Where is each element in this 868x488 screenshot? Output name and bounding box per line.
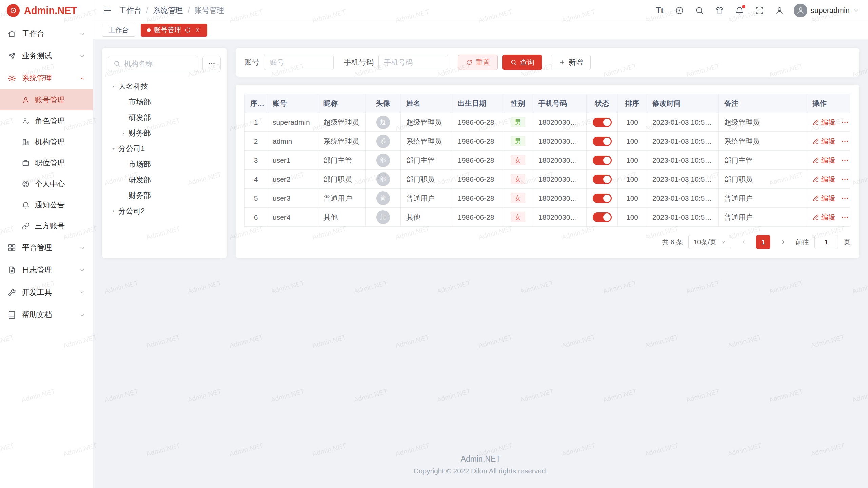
cell-account: user1	[267, 151, 318, 170]
status-toggle[interactable]	[593, 156, 612, 165]
cell-avatar: 普	[366, 189, 401, 208]
search-button[interactable]: 查询	[502, 55, 542, 70]
tree-node[interactable]: 财务部	[108, 125, 221, 141]
sidebar-item[interactable]: 系统管理	[0, 67, 93, 89]
breadcrumb-item[interactable]: 工作台	[119, 5, 141, 16]
cell-gender: 男	[503, 132, 533, 151]
page-number-button[interactable]: 1	[756, 235, 770, 249]
column-header: 备注	[719, 94, 807, 113]
tree-node[interactable]: 分公司1	[108, 141, 221, 157]
tree-node[interactable]: 分公司2	[108, 203, 221, 219]
tab-refresh-icon[interactable]	[184, 27, 191, 33]
row-more-button[interactable]	[841, 194, 849, 202]
account-input[interactable]	[264, 55, 334, 70]
tree-node[interactable]: 市场部	[108, 94, 221, 110]
add-button[interactable]: 新增	[551, 55, 591, 70]
sidebar-item[interactable]: 业务测试	[0, 45, 93, 67]
cell-actions: 编辑	[807, 208, 850, 227]
edit-button[interactable]: 编辑	[812, 118, 835, 127]
tree-node[interactable]: 大名科技	[108, 79, 221, 94]
prev-page-button[interactable]	[736, 235, 751, 249]
sidebar-subitem[interactable]: 个人中心	[0, 174, 93, 195]
notification-bell-icon[interactable]	[734, 5, 745, 16]
sidebar-subitem[interactable]: 三方账号	[0, 216, 93, 237]
sidebar-item[interactable]: 日志管理	[0, 259, 93, 281]
cell-sort: 100	[618, 189, 647, 208]
cell-name: 部门主管	[401, 151, 452, 170]
sidebar-subitem[interactable]: 职位管理	[0, 152, 93, 174]
tab[interactable]: 账号管理	[141, 24, 207, 37]
gender-badge: 女	[511, 155, 525, 166]
tab-close-icon[interactable]	[194, 27, 201, 33]
reset-button[interactable]: 重置	[458, 55, 498, 70]
component-size-icon[interactable]	[674, 5, 685, 16]
row-more-button[interactable]	[841, 137, 849, 145]
total-count: 共 6 条	[662, 238, 683, 247]
tree-node[interactable]: 财务部	[108, 188, 221, 203]
breadcrumb-item[interactable]: 系统管理	[153, 5, 183, 16]
tree-node[interactable]: 研发部	[108, 172, 221, 188]
edit-button[interactable]: 编辑	[812, 137, 835, 146]
next-page-button[interactable]	[776, 235, 790, 249]
org-tree: 大名科技市场部研发部财务部分公司1市场部研发部财务部分公司2	[108, 79, 221, 219]
tab[interactable]: 工作台	[102, 24, 135, 37]
table-row: 4user2部门职员部部门职员1986-06-28女18020030720100…	[245, 170, 850, 189]
status-toggle[interactable]	[593, 194, 612, 203]
sidebar-item[interactable]: 平台管理	[0, 237, 93, 259]
search-icon[interactable]	[694, 5, 705, 16]
sidebar-subitem[interactable]: 账号管理	[0, 89, 93, 110]
edit-icon	[812, 195, 819, 202]
breadcrumb: 工作台/系统管理/账号管理	[119, 5, 224, 16]
row-more-button[interactable]	[841, 175, 849, 183]
account-label: 账号	[244, 57, 259, 67]
status-toggle[interactable]	[593, 137, 612, 146]
row-more-button[interactable]	[841, 213, 849, 221]
sidebar-item[interactable]: 帮助文档	[0, 304, 93, 326]
footer-title: Admin.NET	[102, 454, 859, 464]
user-menu[interactable]: superadmin	[794, 4, 859, 17]
theme-icon[interactable]	[714, 5, 725, 16]
caret-down-icon[interactable]	[108, 144, 118, 154]
caret-down-icon[interactable]	[108, 81, 118, 92]
org-search-input[interactable]	[124, 60, 193, 68]
sidebar-item[interactable]: 开发工具	[0, 281, 93, 304]
breadcrumb-item[interactable]: 账号管理	[194, 5, 224, 16]
edit-button[interactable]: 编辑	[812, 156, 835, 165]
row-more-button[interactable]	[841, 118, 849, 126]
cell-account: user4	[267, 208, 318, 227]
cell-account: user2	[267, 170, 318, 189]
status-toggle[interactable]	[593, 118, 612, 127]
sidebar-subitem[interactable]: 机构管理	[0, 131, 93, 152]
edit-button[interactable]: 编辑	[812, 194, 835, 203]
font-size-icon[interactable]: Tt	[654, 5, 665, 16]
query-panel: 账号 手机号码 重置 查询	[236, 48, 859, 77]
sidebar-subitem-label: 三方账号	[35, 221, 65, 231]
column-header: 昵称	[318, 94, 366, 113]
goto-page-input[interactable]	[814, 235, 838, 249]
status-toggle[interactable]	[593, 175, 612, 184]
cell-status	[587, 132, 618, 151]
brand[interactable]: Admin.NET	[0, 0, 93, 21]
tree-node-label: 研发部	[129, 113, 151, 123]
caret-right-icon[interactable]	[118, 128, 129, 138]
user-center-icon[interactable]	[774, 5, 785, 16]
hamburger-menu-icon[interactable]	[102, 5, 113, 16]
phone-input[interactable]	[378, 55, 448, 70]
edit-button[interactable]: 编辑	[812, 212, 835, 222]
tree-node[interactable]: 研发部	[108, 110, 221, 125]
sidebar-subitem[interactable]: 角色管理	[0, 110, 93, 131]
sidebar-item[interactable]: 工作台	[0, 22, 93, 45]
row-more-button[interactable]	[841, 156, 849, 164]
tree-node[interactable]: 市场部	[108, 157, 221, 172]
tree-more-button[interactable]	[202, 56, 221, 72]
main-column: 工作台/系统管理/账号管理 Tt superadmin 工作台账号管理	[93, 0, 868, 488]
caret-right-icon[interactable]	[108, 206, 118, 216]
fullscreen-icon[interactable]	[754, 5, 765, 16]
page-size-select[interactable]: 10条/页	[688, 235, 731, 249]
edit-button[interactable]: 编辑	[812, 175, 835, 184]
cell-remark: 普通用户	[719, 189, 807, 208]
status-toggle[interactable]	[593, 212, 612, 222]
avatar: 超	[376, 116, 390, 129]
sidebar-subitem[interactable]: 通知公告	[0, 195, 93, 216]
header-icons: Tt	[654, 5, 785, 16]
